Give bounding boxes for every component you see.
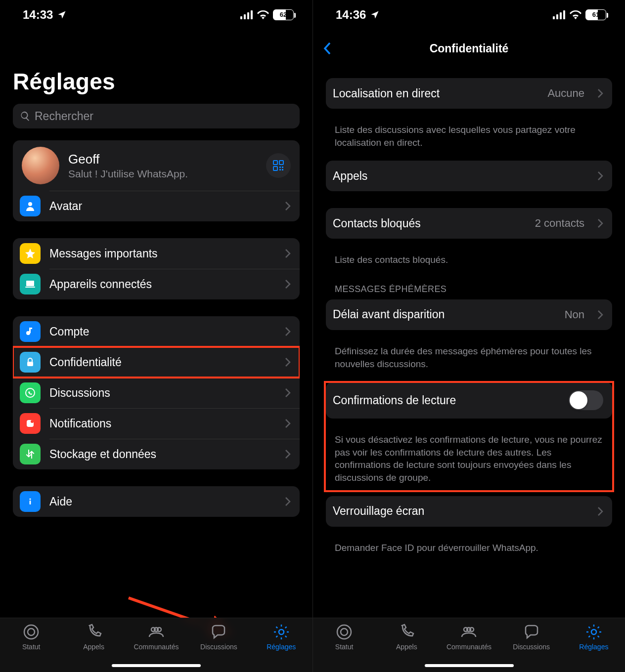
toggle-read-receipts[interactable]	[569, 390, 603, 410]
row-screen-lock[interactable]: Verrouillage écran	[326, 496, 612, 527]
svg-rect-6	[273, 167, 277, 170]
row-disappearing-timer[interactable]: Délai avant disparition Non	[326, 299, 612, 330]
qr-button[interactable]	[266, 153, 291, 178]
home-indicator	[425, 664, 514, 667]
back-button[interactable]	[323, 42, 332, 55]
row-avatar[interactable]: Avatar	[13, 191, 300, 221]
chevron-right-icon	[597, 218, 603, 228]
svg-point-34	[337, 625, 351, 639]
row-storage[interactable]: Stockage et données	[13, 439, 300, 469]
svg-rect-17	[27, 362, 33, 366]
tab-settings[interactable]: Réglages	[563, 623, 625, 651]
row-label: Stockage et données	[49, 448, 276, 461]
tab-label: Statut	[22, 643, 41, 651]
tab-chats[interactable]: Discussions	[500, 623, 563, 651]
cellular-icon	[240, 10, 253, 19]
row-calls[interactable]: Appels	[326, 161, 612, 191]
row-linked-devices[interactable]: Appareils connectés	[13, 269, 300, 299]
svg-rect-32	[560, 12, 562, 19]
row-blocked[interactable]: Contacts bloqués 2 contacts	[326, 208, 612, 239]
profile-status: Salut ! J'utilise WhatsApp.	[68, 168, 257, 180]
row-chats[interactable]: Discussions	[13, 378, 300, 408]
svg-rect-7	[279, 167, 281, 168]
tab-communities[interactable]: Communautés	[125, 623, 187, 651]
svg-rect-13	[25, 287, 35, 288]
chevron-right-icon	[597, 171, 603, 181]
row-help[interactable]: Aide	[13, 486, 300, 517]
search-icon	[20, 111, 31, 122]
tab-communities[interactable]: Communautés	[438, 623, 500, 651]
status-time: 14:36	[336, 8, 366, 22]
group-blocked: Contacts bloqués 2 contacts	[326, 208, 612, 239]
row-label: Verrouillage écran	[333, 504, 588, 518]
group-devices: Messages importants Appareils connectés	[13, 238, 300, 299]
row-privacy[interactable]: Confidentialité	[13, 347, 300, 378]
location-icon	[370, 10, 380, 20]
svg-rect-3	[251, 10, 253, 19]
status-icon	[22, 623, 40, 641]
search-placeholder: Rechercher	[35, 110, 93, 123]
row-label: Confidentialité	[49, 356, 276, 369]
row-live-location[interactable]: Localisation en direct Aucune	[326, 78, 612, 109]
caption-screen-lock: Demander Face ID pour déverrouiller What…	[313, 536, 625, 566]
svg-point-35	[341, 629, 348, 635]
svg-rect-22	[30, 501, 31, 504]
row-notifications[interactable]: Notifications	[13, 408, 300, 439]
caption-blocked: Liste des contacts bloqués.	[313, 248, 625, 278]
tab-calls[interactable]: Appels	[375, 623, 438, 651]
row-account[interactable]: Compte	[13, 316, 300, 347]
battery-icon: 62	[273, 9, 294, 20]
row-read-receipts[interactable]: Confirmations de lecture	[326, 382, 612, 419]
chevron-right-icon	[285, 419, 291, 428]
svg-rect-10	[282, 169, 283, 170]
row-profile[interactable]: Geoff Salut ! J'utilise WhatsApp.	[13, 140, 300, 191]
tab-status[interactable]: Statut	[0, 623, 62, 651]
svg-rect-30	[553, 16, 555, 19]
status-time: 14:33	[23, 8, 53, 22]
svg-point-11	[28, 202, 32, 206]
svg-rect-9	[279, 169, 281, 170]
tab-label: Communautés	[134, 643, 179, 651]
home-indicator	[112, 664, 201, 667]
battery-level: 62	[273, 10, 293, 19]
group-live-location: Localisation en direct Aucune	[326, 78, 612, 109]
row-label: Localisation en direct	[333, 87, 538, 100]
tab-label: Appels	[83, 643, 104, 651]
tab-calls[interactable]: Appels	[62, 623, 125, 651]
data-icon	[20, 444, 41, 464]
row-label: Appareils connectés	[49, 278, 276, 291]
row-value: Non	[565, 308, 584, 321]
chats-icon	[523, 623, 540, 641]
row-label: Compte	[49, 325, 276, 338]
chevron-right-icon	[597, 506, 603, 516]
svg-point-38	[467, 628, 471, 631]
info-icon	[20, 491, 41, 512]
svg-rect-2	[247, 12, 249, 19]
svg-point-20	[31, 420, 34, 423]
svg-rect-16	[29, 328, 32, 329]
chevron-right-icon	[285, 279, 291, 289]
battery-level: 61	[586, 10, 606, 19]
svg-point-29	[279, 630, 284, 634]
svg-point-28	[154, 628, 158, 631]
tab-settings[interactable]: Réglages	[250, 623, 312, 651]
group-calls: Appels	[326, 161, 612, 191]
laptop-icon	[20, 274, 41, 294]
wifi-icon	[570, 10, 581, 19]
qr-icon	[272, 160, 284, 171]
whatsapp-icon	[20, 382, 41, 403]
row-starred[interactable]: Messages importants	[13, 238, 300, 269]
svg-point-24	[24, 625, 38, 639]
nav-title: Confidentialité	[430, 42, 509, 55]
tab-label: Discussions	[513, 643, 550, 651]
cellular-icon	[553, 10, 566, 19]
gear-icon	[272, 623, 290, 641]
tab-chats[interactable]: Discussions	[187, 623, 250, 651]
chevron-right-icon	[285, 388, 291, 398]
lock-icon	[20, 352, 41, 373]
search-input[interactable]: Rechercher	[13, 104, 300, 128]
tab-label: Communautés	[446, 643, 491, 651]
tab-status[interactable]: Statut	[313, 623, 375, 651]
svg-point-25	[28, 629, 35, 635]
caption-live-location: Liste des discussions avec lesquelles vo…	[313, 118, 625, 161]
